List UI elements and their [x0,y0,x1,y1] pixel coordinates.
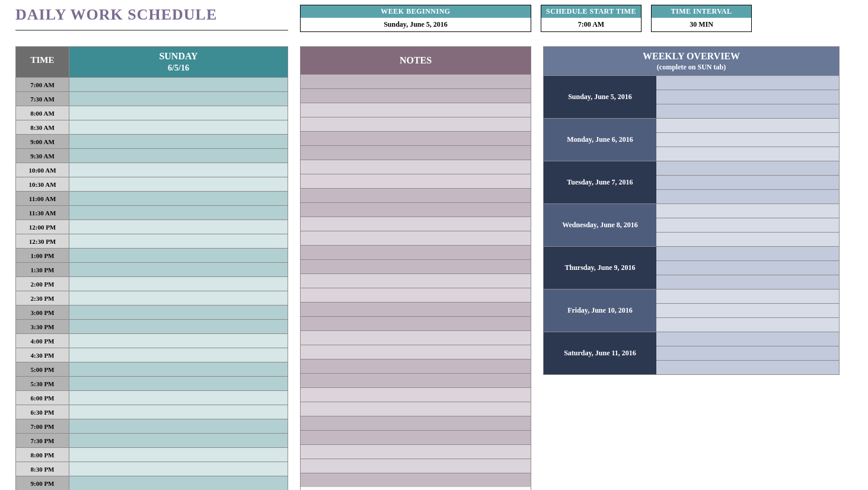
schedule-cell[interactable] [69,348,288,362]
schedule-cell[interactable] [69,248,288,262]
notes-cell[interactable] [301,245,531,259]
notes-cell[interactable] [301,316,531,330]
weekly-cell[interactable] [656,161,839,175]
weekly-column: WEEKLY OVERVIEW (complete on SUN tab) Su… [543,46,840,375]
schedule-cell[interactable] [69,390,288,405]
notes-cell[interactable] [301,473,531,487]
notes-cell[interactable] [301,103,531,117]
time-cell: 7:30 PM [16,433,69,447]
start-time-value[interactable]: 7:00 AM [541,18,641,31]
notes-cell[interactable] [301,160,531,174]
notes-cell[interactable] [301,444,531,459]
schedule-cell[interactable] [69,134,288,148]
notes-cell[interactable] [301,174,531,188]
notes-cell[interactable] [301,345,531,359]
schedule-cell[interactable] [69,148,288,163]
weekly-cell[interactable] [656,132,839,147]
schedule-cell[interactable] [69,177,288,191]
notes-cell[interactable] [301,217,531,231]
time-cell: 9:00 AM [16,134,69,148]
weekly-cell[interactable] [656,175,839,189]
notes-cell[interactable] [301,359,531,373]
schedule-cell[interactable] [69,91,288,106]
page-title: DAILY WORK SCHEDULE [15,5,288,31]
schedule-cell[interactable] [69,120,288,134]
schedule-cell[interactable] [69,333,288,348]
weekly-cell[interactable] [656,232,839,246]
weekly-cell[interactable] [656,289,839,303]
schedule-cell[interactable] [69,219,288,234]
schedule-cell[interactable] [69,462,288,476]
notes-cell[interactable] [301,273,531,288]
time-cell: 10:30 AM [16,177,69,191]
interval-value[interactable]: 30 MIN [652,18,751,31]
notes-cell[interactable] [301,131,531,145]
schedule-cell[interactable] [69,305,288,319]
notes-cell[interactable] [301,231,531,245]
notes-cell[interactable] [301,145,531,160]
notes-cell[interactable] [301,202,531,217]
weekly-cell[interactable] [656,147,839,161]
weekly-cell[interactable] [656,260,839,275]
weekly-cell[interactable] [656,360,839,374]
weekly-cell[interactable] [656,90,839,104]
notes-cell[interactable] [301,259,531,273]
weekly-day: Saturday, June 11, 2016 [544,332,656,374]
schedule-cell[interactable] [69,376,288,390]
weekly-cell[interactable] [656,218,839,232]
weekly-cell[interactable] [656,246,839,260]
weekly-cell[interactable] [656,118,839,132]
notes-cell[interactable] [301,188,531,202]
schedule-cell[interactable] [69,319,288,333]
weekly-cell[interactable] [656,346,839,360]
schedule-cell[interactable] [69,476,288,490]
schedule-cell[interactable] [69,291,288,305]
notes-cell[interactable] [301,117,531,131]
schedule-cell[interactable] [69,77,288,91]
time-cell: 8:00 AM [16,106,69,120]
notes-cell[interactable] [301,402,531,416]
schedule-row: 11:30 AM [16,205,288,219]
schedule-row: 1:30 PM [16,262,288,276]
weekly-cell[interactable] [656,75,839,90]
schedule-row: 3:00 PM [16,305,288,319]
weekly-cell[interactable] [656,203,839,218]
notes-cell[interactable] [301,288,531,302]
weekly-cell[interactable] [656,332,839,346]
notes-cell[interactable] [301,373,531,387]
schedule-cell[interactable] [69,405,288,419]
weekly-header: WEEKLY OVERVIEW (complete on SUN tab) [544,47,839,75]
schedule-cell[interactable] [69,205,288,219]
day-header: SUNDAY 6/5/16 [69,47,288,77]
schedule-cell[interactable] [69,191,288,205]
schedule-cell[interactable] [69,106,288,120]
notes-cell[interactable] [301,430,531,444]
weekly-cell[interactable] [656,317,839,332]
week-beginning-value[interactable]: Sunday, June 5, 2016 [301,18,531,31]
notes-cell[interactable] [301,459,531,473]
schedule-cell[interactable] [69,163,288,177]
schedule-row: 8:30 PM [16,462,288,476]
schedule-cell[interactable] [69,433,288,447]
schedule-cell[interactable] [69,447,288,462]
time-cell: 3:30 PM [16,319,69,333]
weekly-cell[interactable] [656,104,839,118]
schedule-cell[interactable] [69,276,288,291]
time-cell: 7:00 AM [16,77,69,91]
schedule-row: 1:00 PM [16,248,288,262]
weekly-cell[interactable] [656,189,839,203]
notes-cell[interactable] [301,330,531,345]
notes-cell[interactable] [301,88,531,103]
notes-cell[interactable] [301,387,531,402]
schedule-cell[interactable] [69,362,288,376]
notes-cell[interactable] [301,416,531,430]
time-cell: 12:30 PM [16,234,69,248]
notes-cell[interactable] [301,74,531,88]
schedule-cell[interactable] [69,262,288,276]
weekly-cell[interactable] [656,303,839,317]
notes-cell[interactable] [301,302,531,316]
weekly-cell[interactable] [656,275,839,289]
schedule-cell[interactable] [69,234,288,248]
schedule-row: 8:30 AM [16,120,288,134]
schedule-cell[interactable] [69,419,288,433]
